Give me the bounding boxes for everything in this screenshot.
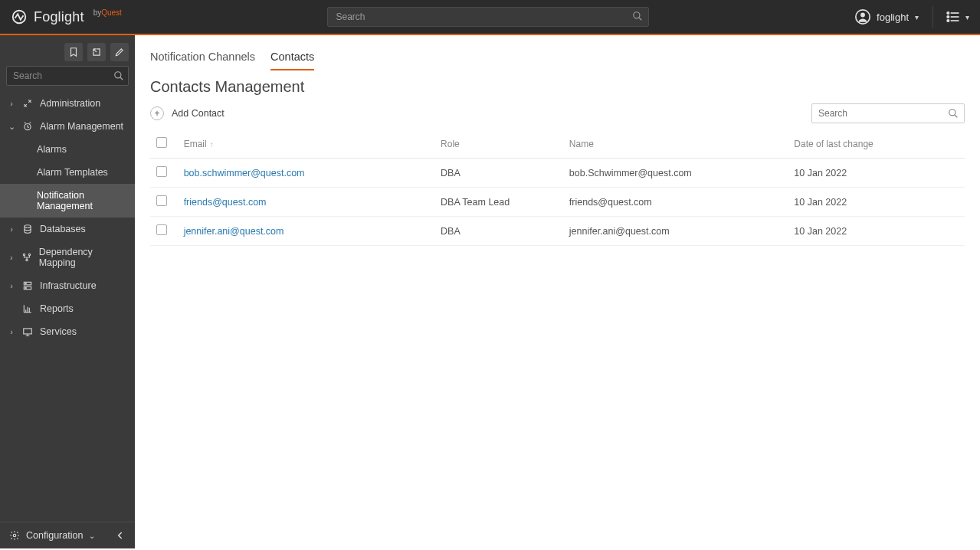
sidebar-item-alarm-management[interactable]: ⌄ Alarm Management [0,115,135,138]
search-icon[interactable] [632,11,643,21]
search-icon[interactable] [948,108,959,119]
row-checkbox[interactable] [156,224,167,235]
svg-point-15 [23,254,25,255]
contact-date: 10 Jan 2022 [788,159,965,188]
svg-point-9 [947,20,949,22]
logo-text: Foglight [34,9,84,25]
search-icon[interactable] [113,70,124,81]
column-date[interactable]: Date of last change [788,129,965,159]
sidebar-item-label: Notification Management [37,190,127,211]
table-search [811,103,965,123]
column-name[interactable]: Name [563,129,788,159]
plus-icon: + [150,106,164,120]
nav: › Administration ⌄ Alarm Management Alar… [0,92,135,522]
contact-date: 10 Jan 2022 [788,217,965,246]
svg-point-5 [947,12,949,15]
sidebar-search [0,66,135,92]
contact-email-link[interactable]: jennifer.ani@quest.com [184,226,284,237]
svg-point-24 [949,110,955,116]
chevron-right-icon: › [8,253,15,262]
sidebar-item-label: Services [40,326,77,337]
sidebar-item-reports[interactable]: Reports [0,297,135,320]
edit-button[interactable] [110,43,129,61]
svg-line-25 [955,115,958,118]
sidebar-item-administration[interactable]: › Administration [0,92,135,115]
svg-point-23 [13,534,16,537]
sidebar-toolbar [0,35,135,66]
database-icon [21,224,34,234]
table-header-row: Email↑ Role Name Date of last change [150,129,965,159]
contact-role: DBA [434,159,563,188]
user-menu[interactable]: foglight ▾ [855,9,919,25]
contact-name: jennifer.ani@quest.com [563,217,788,246]
topbar: Foglight byQuest foglight ▾ ▾ [0,0,980,35]
contact-role: DBA [434,217,563,246]
external-link-button[interactable] [87,43,106,61]
contact-name: friends@quest.com [563,188,788,217]
select-all-header [150,129,178,159]
svg-point-4 [860,13,865,18]
sidebar-item-alarms[interactable]: Alarms [0,138,135,161]
main: Notification Channels Contacts Contacts … [135,35,980,548]
table-search-input[interactable] [811,103,965,123]
foglight-logo-icon [11,8,28,25]
svg-point-1 [634,12,640,18]
configuration-label: Configuration [26,530,83,541]
tools-icon [21,98,34,109]
select-all-checkbox[interactable] [156,137,167,148]
sidebar-search-input[interactable] [6,66,129,86]
svg-point-14 [25,225,31,228]
svg-line-2 [639,18,642,21]
bookmark-button[interactable] [64,43,83,61]
services-icon [21,326,34,337]
logo[interactable]: Foglight byQuest [11,8,122,25]
column-email-label: Email [184,139,207,149]
row-checkbox[interactable] [156,166,167,177]
chevron-right-icon: › [8,281,15,290]
sidebar-item-alarm-templates[interactable]: Alarm Templates [0,161,135,184]
add-contact-button[interactable]: + Add Contact [150,106,225,120]
sidebar-item-services[interactable]: › Services [0,320,135,343]
add-contact-label: Add Contact [172,108,225,119]
toolbar-row: + Add Contact [150,103,965,123]
contact-name: bob.Schwimmer@quest.com [563,159,788,188]
logo-by-prefix: by [93,8,102,17]
column-role[interactable]: Role [434,129,563,159]
sidebar-item-databases[interactable]: › Databases [0,218,135,241]
contact-email-link[interactable]: bob.schwimmer@quest.com [184,168,305,178]
contact-date: 10 Jan 2022 [788,188,965,217]
user-name: foglight [877,11,909,23]
chevron-right-icon: › [8,99,15,108]
app-menu-button[interactable]: ▾ [932,6,969,28]
table-row: bob.schwimmer@quest.com DBA bob.Schwimme… [150,159,965,188]
topbar-right: foglight ▾ ▾ [855,6,969,28]
sidebar: › Administration ⌄ Alarm Management Alar… [0,35,135,548]
sidebar-item-label: Reports [40,303,74,314]
mapping-icon [21,252,32,263]
collapse-sidebar-button[interactable] [115,530,126,541]
gear-icon [9,530,20,541]
svg-point-17 [26,259,28,260]
column-email[interactable]: Email↑ [178,129,434,159]
global-search-input[interactable] [327,7,649,27]
sidebar-item-dependency-mapping[interactable]: › Dependency Mapping [0,241,135,274]
sidebar-item-infrastructure[interactable]: › Infrastructure [0,274,135,297]
sidebar-item-notification-management[interactable]: Notification Management [0,184,135,218]
sidebar-item-label: Alarm Management [40,121,123,132]
table-row: jennifer.ani@quest.com DBA jennifer.ani@… [150,217,965,246]
shell: › Administration ⌄ Alarm Management Alar… [0,35,980,548]
contact-role: DBA Team Lead [434,188,563,217]
logo-byline: byQuest [93,8,122,17]
user-icon [855,9,870,25]
chevron-right-icon: › [8,327,15,336]
row-checkbox[interactable] [156,195,167,206]
sidebar-footer: Configuration ⌄ [0,522,135,548]
sidebar-item-label: Databases [40,224,86,234]
configuration-menu[interactable]: Configuration ⌄ [9,530,95,541]
tab-notification-channels[interactable]: Notification Channels [150,47,255,70]
svg-point-7 [947,16,949,18]
sidebar-item-label: Alarms [37,144,67,155]
contact-email-link[interactable]: friends@quest.com [184,197,267,208]
tab-contacts[interactable]: Contacts [270,47,314,70]
svg-line-12 [120,77,123,80]
